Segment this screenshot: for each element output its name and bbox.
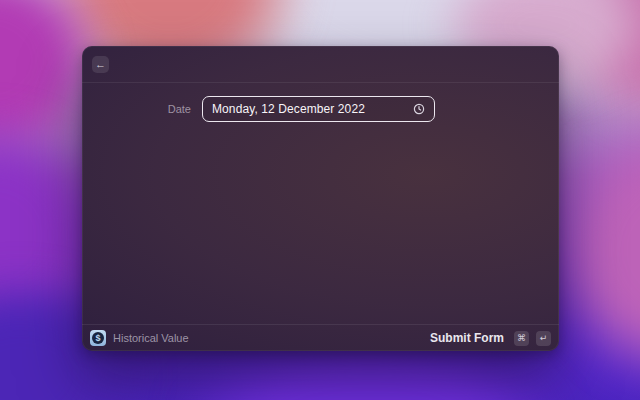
date-picker-field[interactable]: Monday, 12 December 2022 — [202, 96, 435, 122]
dollar-coin-icon: $ — [92, 332, 104, 344]
date-field-label: Date — [82, 103, 191, 115]
clock-icon[interactable] — [413, 103, 425, 115]
extension-name: Historical Value — [113, 332, 189, 344]
extension-icon: $ — [90, 330, 106, 346]
back-arrow-icon: ← — [95, 59, 106, 70]
form-area: Date Monday, 12 December 2022 — [82, 83, 559, 324]
date-form-row: Date Monday, 12 December 2022 — [82, 96, 559, 122]
date-field-value: Monday, 12 December 2022 — [212, 102, 365, 116]
launcher-window: ← Date Monday, 12 December 2022 $ Histor… — [82, 46, 559, 351]
window-header: ← — [82, 46, 559, 83]
back-button[interactable]: ← — [92, 56, 109, 73]
return-key-icon: ↵ — [536, 331, 551, 346]
submit-form-button[interactable]: Submit Form — [430, 331, 504, 345]
window-footer: $ Historical Value Submit Form ⌘ ↵ — [82, 324, 559, 351]
command-key-icon: ⌘ — [514, 331, 529, 346]
